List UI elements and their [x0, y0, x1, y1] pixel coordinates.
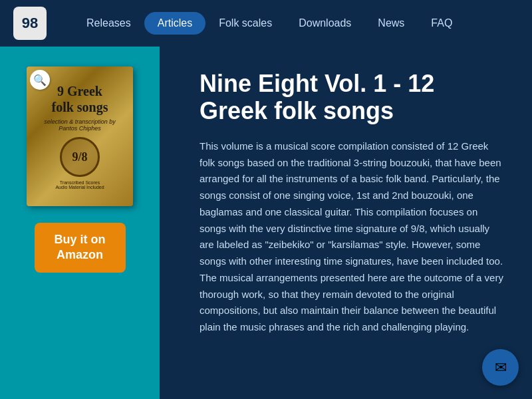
nav-downloads[interactable]: Downloads — [285, 12, 364, 35]
main-nav: Releases Articles Folk scales Downloads … — [73, 12, 466, 35]
book-cover-title: 9 Greekfolk songs — [51, 83, 108, 115]
book-main-title: Nine Eight Vol. 1 - 12Greek folk songs — [200, 70, 505, 125]
nav-faq[interactable]: FAQ — [418, 12, 466, 35]
book-cover-subtitle: selection & transcription byPantos Chiph… — [44, 118, 116, 132]
book-description: This volume is a musical score compilati… — [200, 138, 505, 336]
sidebar: 🔍 9 Greekfolk songs selection & transcri… — [0, 47, 160, 399]
book-circle: 9/8 — [60, 137, 100, 177]
nav-articles[interactable]: Articles — [144, 12, 205, 35]
header: 98 Releases Articles Folk scales Downloa… — [0, 0, 532, 47]
nav-releases[interactable]: Releases — [73, 12, 144, 35]
logo[interactable]: 98 — [13, 7, 47, 40]
book-time-sig: 9/8 — [72, 150, 87, 164]
nav-news[interactable]: News — [364, 12, 418, 35]
nav-folk-scales[interactable]: Folk scales — [205, 12, 285, 35]
book-container: 🔍 9 Greekfolk songs selection & transcri… — [27, 66, 133, 206]
email-button[interactable]: ✉ — [482, 349, 519, 386]
buy-amazon-button[interactable]: Buy it on Amazon — [35, 223, 126, 273]
content-section: Nine Eight Vol. 1 - 12Greek folk songs T… — [160, 47, 532, 399]
search-book-icon[interactable]: 🔍 — [30, 70, 50, 90]
book-small-text: Transcribed ScoresAudio Material Include… — [55, 180, 104, 190]
main-content: 🔍 9 Greekfolk songs selection & transcri… — [0, 47, 532, 399]
